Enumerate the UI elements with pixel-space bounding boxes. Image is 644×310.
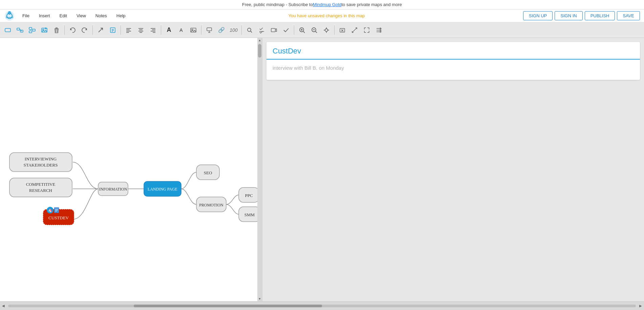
- add-child-button[interactable]: [14, 24, 26, 36]
- align-center-button[interactable]: [135, 24, 147, 36]
- svg-rect-15: [29, 27, 32, 29]
- fullscreen-button[interactable]: [361, 24, 372, 36]
- save-button[interactable]: SAVE: [617, 11, 640, 20]
- banner-text: Free, public mindmap - Subscribe to: [242, 2, 313, 7]
- checkmark-button[interactable]: [280, 24, 292, 36]
- scroll-left-arrow[interactable]: ◀: [0, 302, 7, 310]
- notes-title: CustDev: [273, 47, 634, 56]
- svg-rect-12: [17, 28, 20, 30]
- arrow-button[interactable]: [95, 24, 106, 36]
- svg-text:LANDING PAGE: LANDING PAGE: [148, 187, 177, 192]
- add-idea-button[interactable]: [203, 24, 215, 36]
- menu-insert[interactable]: Insert: [34, 11, 55, 20]
- svg-text:RESEARCH: RESEARCH: [29, 188, 52, 193]
- svg-line-53: [316, 31, 317, 33]
- scroll-down-arrow[interactable]: ▼: [257, 296, 262, 301]
- redo-button[interactable]: [79, 24, 90, 36]
- sep1: [64, 25, 65, 35]
- logo[interactable]: [3, 9, 16, 22]
- svg-point-8: [8, 11, 11, 15]
- menu-bar: File Insert Edit View Notes Help You hav…: [0, 9, 644, 22]
- svg-text:INFORMATION: INFORMATION: [99, 187, 127, 192]
- menu-notes[interactable]: Notes: [91, 11, 112, 20]
- svg-text:INTERVIEWING: INTERVIEWING: [25, 156, 57, 161]
- svg-text:SEO: SEO: [204, 170, 212, 175]
- horizontal-scroll-thumb[interactable]: [134, 305, 322, 307]
- zoom-in-button[interactable]: [296, 24, 308, 36]
- svg-rect-41: [207, 28, 212, 31]
- undo-button[interactable]: [67, 24, 78, 36]
- canvas-area[interactable]: INTERVIEWING STAKEHOLDERS COMPETITIVE RE…: [0, 38, 262, 301]
- top-banner: Free, public mindmap - Subscribe to Mind…: [0, 0, 644, 9]
- notes-title-bar: CustDev: [266, 42, 640, 60]
- svg-rect-11: [5, 28, 10, 32]
- resize-button[interactable]: [349, 24, 360, 36]
- canvas-scrollbar[interactable]: ▲ ▼: [257, 38, 262, 301]
- sep5: [201, 25, 201, 35]
- svg-line-22: [99, 28, 103, 32]
- sep8: [334, 25, 335, 35]
- new-node-button[interactable]: [2, 24, 14, 36]
- svg-rect-17: [33, 29, 35, 31]
- svg-text:PROMOTION: PROMOTION: [199, 203, 223, 207]
- svg-text:CUSTDEV: CUSTDEV: [48, 215, 69, 220]
- menu-file[interactable]: File: [18, 11, 34, 20]
- banner-text2: to save private maps and more: [341, 2, 402, 7]
- collapse-all-button[interactable]: [373, 24, 385, 36]
- toolbar: A A 🔗 100: [0, 22, 644, 38]
- align-left-button[interactable]: [123, 24, 134, 36]
- sep3: [121, 25, 121, 35]
- bottom-scrollbar[interactable]: ◀ ▶: [0, 301, 644, 310]
- video-button[interactable]: [268, 24, 280, 36]
- sep4: [161, 25, 161, 35]
- menu-edit[interactable]: Edit: [55, 11, 71, 20]
- scroll-thumb[interactable]: [258, 44, 261, 58]
- svg-text:COMPETITIVE: COMPETITIVE: [26, 182, 56, 187]
- mindmup-gold-link[interactable]: Mindmup Gold: [313, 2, 342, 7]
- scroll-right-arrow[interactable]: ▶: [637, 302, 644, 310]
- text-edit-button[interactable]: [107, 24, 119, 36]
- font-smaller-button[interactable]: A: [175, 24, 187, 36]
- signin-button[interactable]: SIGN IN: [555, 11, 582, 20]
- svg-text:STAKEHOLDERS: STAKEHOLDERS: [24, 162, 58, 168]
- scroll-up-arrow[interactable]: ▲: [257, 38, 262, 43]
- svg-rect-70: [9, 178, 72, 197]
- signup-button[interactable]: SIGN UP: [523, 11, 553, 20]
- svg-line-45: [251, 31, 252, 32]
- top-right-buttons: SIGN UP SIGN IN PUBLISH SAVE: [523, 11, 640, 20]
- sep7: [294, 25, 294, 35]
- remove-nodes-button[interactable]: [337, 24, 348, 36]
- svg-rect-47: [271, 28, 275, 32]
- number-button[interactable]: 100: [228, 24, 239, 36]
- zoom-out-button[interactable]: [308, 24, 320, 36]
- menu-help[interactable]: Help: [112, 11, 130, 20]
- svg-line-63: [352, 28, 357, 32]
- align-right-button[interactable]: [147, 24, 159, 36]
- horizontal-scroll-track[interactable]: [8, 305, 636, 307]
- publish-button[interactable]: PUBLISH: [585, 11, 615, 20]
- add-sibling-button[interactable]: [26, 24, 38, 36]
- unsaved-message: You have unsaved changes in this map: [130, 13, 523, 18]
- sep2: [92, 25, 93, 35]
- search-button[interactable]: [244, 24, 255, 36]
- add-image-button[interactable]: [39, 24, 50, 36]
- svg-point-10: [10, 12, 10, 13]
- zoom-fit-button[interactable]: [321, 24, 332, 36]
- check-list-button[interactable]: [256, 24, 267, 36]
- delete-button[interactable]: [51, 24, 62, 36]
- svg-rect-16: [29, 31, 32, 33]
- sep6: [241, 25, 242, 35]
- font-bigger-button[interactable]: A: [163, 24, 175, 36]
- notes-content[interactable]: interview with Bill B. on Monday: [266, 60, 640, 80]
- link-button[interactable]: 🔗: [216, 24, 227, 36]
- svg-text:PPC: PPC: [245, 193, 253, 198]
- notes-panel: CustDev interview with Bill B. on Monday: [262, 38, 644, 301]
- notes-card: CustDev interview with Bill B. on Monday: [266, 42, 640, 80]
- insert-image-button[interactable]: [188, 24, 199, 36]
- svg-point-55: [325, 29, 328, 31]
- svg-text:SMM: SMM: [244, 212, 255, 217]
- svg-text:🦄: 🦄: [48, 208, 52, 213]
- svg-rect-23: [110, 28, 115, 32]
- main-content: INTERVIEWING STAKEHOLDERS COMPETITIVE RE…: [0, 38, 644, 301]
- menu-view[interactable]: View: [72, 11, 91, 20]
